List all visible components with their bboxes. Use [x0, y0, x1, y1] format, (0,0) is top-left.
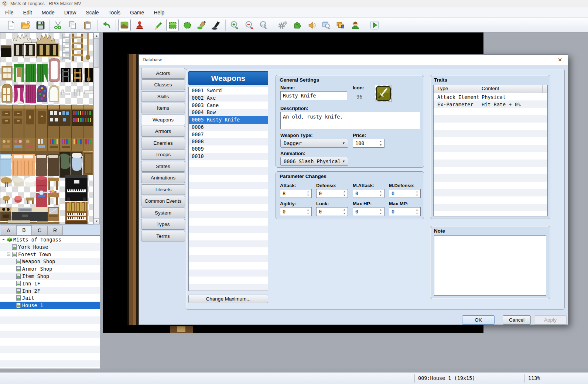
tree-item-project[interactable]: Mists of Tongass [0, 236, 100, 243]
menu-mode[interactable]: Mode [37, 8, 59, 17]
spinner-arrows-icon[interactable]: ▲▼ [379, 208, 383, 215]
collapse-toggle-icon[interactable] [2, 238, 5, 241]
flood-fill-tool-button[interactable] [195, 19, 208, 31]
tree-item-map-selected[interactable]: House 1 [0, 302, 100, 309]
trait-type[interactable]: Attack Element [437, 94, 479, 100]
tab-animations[interactable]: Animations [141, 172, 185, 183]
weapon-list-item[interactable]: 0003 Cane [189, 102, 268, 109]
resource-manager-button[interactable] [334, 19, 347, 31]
agility-stepper[interactable]: 0▲▼ [280, 207, 312, 216]
scroll-up-icon[interactable]: ▲ [94, 33, 99, 39]
tab-types[interactable]: Types [141, 219, 185, 230]
event-mode-button[interactable] [133, 19, 146, 31]
actual-size-button[interactable]: 1:1 [257, 19, 270, 31]
price-stepper[interactable]: 100 ▲▼ [353, 139, 384, 148]
weapon-list-item[interactable]: 0006 [189, 124, 268, 131]
event-searcher-button[interactable] [320, 19, 332, 31]
spinner-arrows-icon[interactable]: ▲▼ [306, 208, 310, 215]
menu-scale[interactable]: Scale [81, 8, 103, 17]
palette-tab-b[interactable]: B [16, 225, 32, 235]
menu-draw[interactable]: Draw [60, 8, 81, 17]
m-defense-stepper[interactable]: 0▲▼ [389, 189, 421, 198]
trait-content[interactable]: Hit Rate + 0% [482, 102, 521, 107]
palette-scrollbar-thumb[interactable] [94, 39, 99, 68]
menu-edit[interactable]: Edit [19, 8, 37, 17]
defense-stepper[interactable]: 0▲▼ [316, 189, 348, 198]
sound-test-button[interactable] [306, 19, 318, 31]
new-project-button[interactable] [5, 19, 17, 31]
change-maximum-button[interactable]: Change Maximum... [188, 295, 268, 303]
max-hp-stepper[interactable]: 0▲▼ [353, 207, 384, 216]
pencil-tool-button[interactable] [151, 19, 164, 31]
copy-button[interactable] [66, 19, 79, 31]
save-project-button[interactable] [34, 19, 47, 31]
tab-armors[interactable]: Armors [141, 126, 185, 137]
tab-actors[interactable]: Actors [141, 68, 185, 79]
name-input[interactable] [280, 91, 347, 100]
spinner-arrows-icon[interactable]: ▲▼ [379, 140, 383, 147]
ok-button[interactable]: OK [462, 315, 495, 325]
tree-item-map[interactable]: Weapon Shop [0, 258, 100, 265]
menu-game[interactable]: Game [126, 8, 148, 17]
cancel-button[interactable]: Cancel [503, 315, 531, 325]
weapon-type-select[interactable]: Dagger ▼ [280, 139, 348, 148]
tab-states[interactable]: States [141, 161, 185, 172]
weapon-list-item[interactable]: 0002 Axe [189, 95, 268, 102]
tree-item-map[interactable]: Inn 2F [0, 287, 100, 295]
open-project-button[interactable] [19, 19, 32, 31]
tree-item-map[interactable]: Forest Town [0, 251, 100, 258]
zoom-in-button[interactable] [228, 19, 241, 31]
spinner-arrows-icon[interactable]: ▲▼ [379, 190, 383, 197]
trait-type[interactable]: Ex-Parameter [437, 102, 474, 107]
animation-select[interactable]: 0006 Slash Physical ▼ [280, 157, 348, 166]
icon-picker-button[interactable] [375, 85, 392, 102]
tileset-palette-image[interactable] [0, 33, 93, 224]
weapon-list-item-selected[interactable]: 0005 Rusty Knife [189, 116, 268, 124]
palette-scrollbar[interactable]: ▲ ▼ [93, 32, 100, 224]
tab-enemies[interactable]: Enemies [141, 138, 185, 148]
spinner-arrows-icon[interactable]: ▲▼ [306, 190, 310, 197]
undo-button[interactable] [100, 19, 113, 31]
tab-weapons[interactable]: Weapons [141, 114, 185, 125]
tab-skills[interactable]: Skills [141, 91, 185, 102]
tab-tilesets[interactable]: Tilesets [141, 184, 185, 195]
plugin-manager-button[interactable] [291, 19, 304, 31]
trait-content[interactable]: Physical [482, 94, 506, 100]
paste-button[interactable] [81, 19, 94, 31]
tab-classes[interactable]: Classes [141, 79, 185, 90]
menu-tools[interactable]: Tools [104, 8, 125, 17]
rectangle-tool-button[interactable] [166, 19, 179, 31]
menu-help[interactable]: Help [149, 8, 169, 17]
weapon-list-item[interactable]: 0010 [189, 153, 268, 160]
tab-troops[interactable]: Troops [141, 149, 185, 160]
tab-items[interactable]: Items [141, 103, 185, 113]
zoom-out-button[interactable] [243, 19, 256, 31]
map-tree[interactable]: Mists of Tongass York House Forest Town … [0, 236, 100, 368]
tab-common-events[interactable]: Common Events [141, 196, 185, 206]
database-button[interactable] [276, 19, 289, 31]
character-generator-button[interactable] [349, 19, 362, 31]
spinner-arrows-icon[interactable]: ▲▼ [342, 190, 346, 197]
spinner-arrows-icon[interactable]: ▲▼ [415, 190, 419, 197]
palette-tab-a[interactable]: A [1, 226, 16, 235]
shadow-pen-tool-button[interactable] [210, 19, 222, 31]
description-input[interactable]: An old, rusty knife. [280, 112, 420, 129]
m-attack-stepper[interactable]: 0▲▼ [353, 189, 384, 198]
weapon-list-item[interactable]: 0007 [189, 131, 268, 138]
map-mode-button[interactable] [118, 19, 131, 31]
weapon-list-item[interactable]: 0001 Sword [189, 87, 268, 95]
tree-item-map[interactable]: Armor Shop [0, 265, 100, 272]
tree-item-map[interactable]: Item Shop [0, 272, 100, 280]
spinner-arrows-icon[interactable]: ▲▼ [342, 208, 346, 215]
palette-tab-r[interactable]: R [47, 226, 63, 235]
tree-item-map[interactable]: Jail [0, 294, 100, 302]
tab-system[interactable]: System [141, 208, 185, 218]
weapon-list-item[interactable]: 0004 Bow [189, 109, 268, 116]
traits-table[interactable]: Type Content Attack Element Physical Ex-… [433, 85, 548, 216]
apply-button[interactable]: Apply [534, 315, 567, 325]
luck-stepper[interactable]: 0▲▼ [316, 207, 348, 216]
scroll-down-icon[interactable]: ▼ [94, 218, 99, 224]
collapse-toggle-icon[interactable] [7, 253, 10, 256]
ellipse-tool-button[interactable] [181, 19, 194, 31]
max-mp-stepper[interactable]: 0▲▼ [389, 207, 421, 216]
